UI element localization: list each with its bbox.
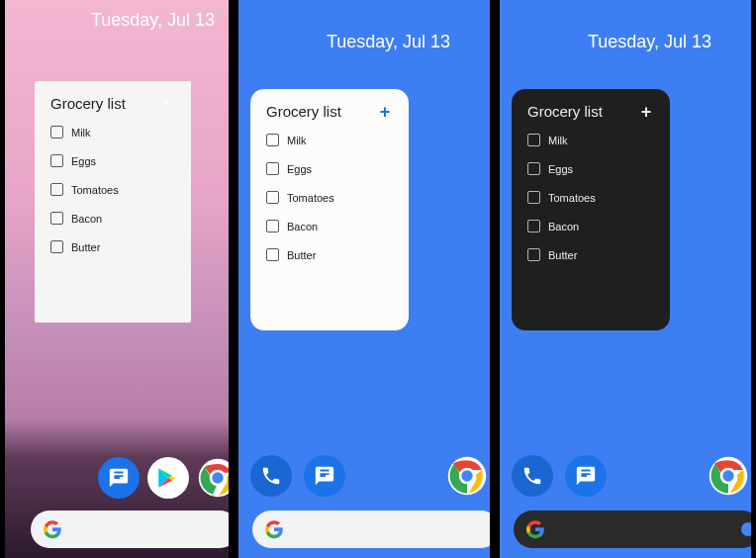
grocery-widget[interactable]: Grocery list + Milk Eggs Tomatoes Bacon … bbox=[35, 81, 191, 323]
item-label: Bacon bbox=[71, 213, 102, 225]
phone-screen-3: Tuesday, Jul 13 Grocery list + Milk Eggs… bbox=[495, 0, 756, 558]
list-item[interactable]: Butter bbox=[266, 242, 393, 267]
checkbox-icon[interactable] bbox=[527, 220, 540, 232]
list-item[interactable]: Eggs bbox=[50, 148, 175, 173]
messages-icon[interactable] bbox=[98, 457, 140, 499]
list-item[interactable]: Bacon bbox=[527, 214, 654, 238]
app-dock bbox=[238, 455, 490, 497]
checkbox-icon[interactable] bbox=[50, 240, 63, 253]
app-dock bbox=[500, 455, 751, 497]
checkbox-icon[interactable] bbox=[50, 126, 63, 139]
item-label: Eggs bbox=[548, 163, 573, 175]
google-logo-icon bbox=[525, 519, 545, 539]
list-item[interactable]: Bacon bbox=[50, 206, 175, 231]
phone-icon[interactable] bbox=[512, 455, 553, 497]
widget-title: Grocery list bbox=[266, 103, 341, 120]
todo-list: Milk Eggs Tomatoes Bacon Butter bbox=[527, 128, 654, 267]
google-search-bar[interactable] bbox=[252, 511, 495, 548]
checkbox-icon[interactable] bbox=[527, 162, 540, 175]
item-label: Tomatoes bbox=[548, 192, 596, 204]
list-item[interactable]: Milk bbox=[266, 128, 393, 152]
list-item[interactable]: Bacon bbox=[266, 214, 393, 238]
google-logo-icon bbox=[264, 519, 284, 539]
date-text: Tuesday, Jul 13 bbox=[91, 10, 215, 31]
add-icon[interactable]: + bbox=[638, 104, 654, 120]
list-item[interactable]: Butter bbox=[527, 242, 654, 267]
messages-icon[interactable] bbox=[565, 455, 607, 497]
widget-title: Grocery list bbox=[50, 95, 126, 112]
item-label: Butter bbox=[287, 249, 316, 261]
google-search-bar[interactable] bbox=[514, 511, 756, 548]
chrome-icon[interactable] bbox=[197, 457, 234, 499]
todo-list: Milk Eggs Tomatoes Bacon Butter bbox=[266, 128, 393, 267]
list-item[interactable]: Milk bbox=[50, 120, 175, 144]
widget-title: Grocery list bbox=[527, 103, 603, 120]
list-item[interactable]: Tomatoes bbox=[50, 177, 175, 202]
item-label: Bacon bbox=[287, 221, 318, 232]
item-label: Milk bbox=[548, 135, 568, 146]
todo-list: Milk Eggs Tomatoes Bacon Butter bbox=[50, 120, 175, 259]
phone-icon[interactable] bbox=[250, 455, 292, 497]
checkbox-icon[interactable] bbox=[50, 183, 63, 196]
chrome-icon[interactable] bbox=[708, 455, 749, 497]
checkbox-icon[interactable] bbox=[266, 191, 279, 204]
checkbox-icon[interactable] bbox=[527, 191, 540, 204]
list-item[interactable]: Tomatoes bbox=[527, 185, 654, 210]
checkbox-icon[interactable] bbox=[266, 220, 279, 232]
item-label: Butter bbox=[71, 241, 100, 253]
list-item[interactable]: Butter bbox=[50, 234, 175, 259]
item-label: Milk bbox=[71, 127, 91, 139]
item-label: Bacon bbox=[548, 221, 579, 232]
item-label: Tomatoes bbox=[71, 184, 119, 196]
phone-screen-2: Tuesday, Jul 13 Grocery list + Milk Eggs… bbox=[234, 0, 495, 558]
app-dock bbox=[5, 457, 229, 499]
assistant-dot-icon[interactable] bbox=[741, 522, 755, 536]
checkbox-icon[interactable] bbox=[527, 248, 540, 261]
play-store-icon[interactable] bbox=[147, 457, 189, 499]
checkbox-icon[interactable] bbox=[50, 154, 63, 167]
checkbox-icon[interactable] bbox=[266, 248, 279, 261]
chrome-icon[interactable] bbox=[446, 455, 488, 497]
grocery-widget[interactable]: Grocery list + Milk Eggs Tomatoes Bacon … bbox=[512, 89, 670, 330]
google-search-bar[interactable] bbox=[31, 511, 234, 548]
messages-icon[interactable] bbox=[304, 455, 345, 497]
grocery-widget[interactable]: Grocery list + Milk Eggs Tomatoes Bacon … bbox=[250, 89, 409, 330]
list-item[interactable]: Tomatoes bbox=[266, 185, 393, 210]
date-text: Tuesday, Jul 13 bbox=[327, 32, 450, 52]
list-item[interactable]: Milk bbox=[527, 128, 654, 152]
checkbox-icon[interactable] bbox=[50, 212, 63, 225]
add-icon[interactable]: + bbox=[377, 104, 393, 120]
phone-screen-1: Tuesday, Jul 13 Grocery list + Milk Eggs… bbox=[0, 0, 234, 558]
item-label: Eggs bbox=[287, 163, 312, 175]
item-label: Butter bbox=[548, 249, 577, 261]
item-label: Tomatoes bbox=[287, 192, 334, 204]
checkbox-icon[interactable] bbox=[266, 134, 279, 146]
checkbox-icon[interactable] bbox=[527, 134, 540, 146]
item-label: Milk bbox=[287, 135, 307, 146]
item-label: Eggs bbox=[71, 155, 96, 167]
date-text: Tuesday, Jul 13 bbox=[588, 32, 711, 52]
list-item[interactable]: Eggs bbox=[527, 156, 654, 181]
google-logo-icon bbox=[43, 519, 62, 539]
list-item[interactable]: Eggs bbox=[266, 156, 393, 181]
add-icon[interactable]: + bbox=[159, 96, 175, 112]
checkbox-icon[interactable] bbox=[266, 162, 279, 175]
